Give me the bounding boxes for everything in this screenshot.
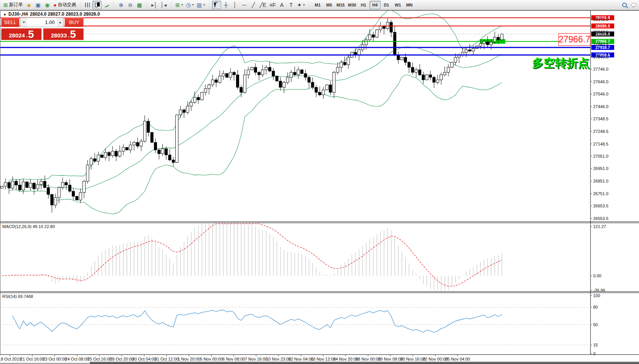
arrows-button[interactable]: ✦▾: [296, 1, 306, 9]
timeframe-h4-button[interactable]: H4: [369, 1, 381, 9]
timeframe-m1-button[interactable]: M1: [312, 1, 324, 9]
resistance-line-2[interactable]: 28089.9: [0, 24, 614, 29]
tile-windows-icon: ▦: [137, 2, 142, 8]
chart-shift-button[interactable]: │◂: [159, 1, 168, 9]
vertical-line-icon: │: [233, 2, 237, 8]
horizontal-line-button[interactable]: ─: [239, 1, 249, 9]
timeframe-h1-button[interactable]: H1: [358, 1, 369, 9]
svg-text:27051.0: 27051.0: [593, 154, 608, 159]
timeframe-m30-button[interactable]: M30: [346, 1, 358, 9]
toolbar-group: ⊞▾◷▾▨▾: [173, 0, 207, 10]
vertical-line-button[interactable]: │: [230, 1, 239, 9]
toolbar-group: ┼│─╱╱E≡FAT✦▾: [211, 0, 307, 10]
auto-scroll-button[interactable]: ▸│: [150, 1, 159, 9]
svg-text:80: 80: [593, 305, 598, 309]
collapse-icon[interactable]: ▲: [3, 12, 6, 16]
support-line-2[interactable]: 27858.6: [0, 52, 614, 57]
eraser-icon-button[interactable]: ◈: [24, 1, 34, 9]
periods-button[interactable]: ◷▾: [184, 1, 195, 9]
timeframe-mn-button[interactable]: MN: [404, 1, 415, 9]
zoom-in-button[interactable]: ⊕: [116, 1, 126, 9]
pivot-line[interactable]: 27966.7: [0, 39, 614, 44]
buy-price-display[interactable]: 28033.5: [43, 28, 84, 40]
chart-shift-icon: │◂: [160, 2, 167, 8]
svg-text:28089.9: 28089.9: [595, 24, 610, 28]
new-order-button[interactable]: ⊞新订单: [2, 1, 24, 9]
svg-text:10 Nov 23:00: 10 Nov 23:00: [266, 357, 291, 361]
expert-advisors-icon-button[interactable]: ▣: [34, 1, 43, 9]
sell-price-int: 28024: [9, 32, 25, 39]
price-axis[interactable]: 28141.028042.527943.527843.527746.027646…: [590, 10, 608, 354]
volume-increase-button[interactable]: ▲: [57, 18, 63, 27]
eraser-icon-icon: ◈: [27, 2, 31, 8]
time-axis[interactable]: 18 Oct 201921 Oct 16:0023 Oct 00:0024 Oc…: [0, 354, 470, 361]
candlestick-chart-button[interactable]: [92, 1, 102, 9]
zoom-out-icon: ⊖: [128, 2, 133, 8]
buy-button[interactable]: BUY: [65, 18, 84, 27]
new-order-icon: ⊞: [3, 2, 8, 8]
text-button[interactable]: A: [277, 1, 286, 9]
rsi-axis[interactable]: 1008050150: [590, 293, 600, 356]
svg-text:121.27: 121.27: [593, 224, 606, 229]
templates-icon: ▨: [197, 2, 202, 8]
dropdown-arrow-icon: ▾: [303, 3, 305, 6]
chart-window: 28155.928089.927966.727918.727858.628026…: [0, 10, 639, 364]
bull-bear-turning-point-note[interactable]: 多空转折点: [532, 55, 589, 71]
toolbar-separator: [79, 1, 81, 9]
sell-button[interactable]: SELL: [1, 18, 19, 27]
chart-scrollbar[interactable]: [0, 362, 639, 364]
cursor-button[interactable]: [212, 1, 221, 9]
svg-text:-39.99: -39.99: [593, 288, 605, 293]
bar-chart-button[interactable]: [83, 1, 92, 9]
svg-text:27248.5: 27248.5: [593, 129, 608, 134]
svg-text:24 Oct 08:00: 24 Oct 08:00: [65, 357, 89, 361]
volume-input[interactable]: [27, 18, 57, 27]
price-callout-box[interactable]: 27966.7: [558, 33, 590, 46]
timeframe-m15-button[interactable]: M15: [335, 1, 346, 9]
svg-text:27843.5: 27843.5: [593, 55, 608, 59]
horizontal-lines[interactable]: 28155.928089.927966.727918.727858.6: [0, 15, 614, 57]
svg-text:18 Oct 2019: 18 Oct 2019: [0, 357, 21, 361]
chat-icon: [631, 3, 636, 7]
equidistant-channel-button[interactable]: ╱E: [258, 1, 268, 9]
crosshair-button[interactable]: ┼: [221, 1, 230, 9]
fibonacci-button[interactable]: ≡F: [268, 1, 277, 9]
support-line-1[interactable]: 27918.7: [0, 45, 614, 50]
timeframe-m5-button[interactable]: M5: [324, 1, 335, 9]
svg-text:26653.5: 26653.5: [593, 204, 608, 208]
toolbar-group: ▸││◂: [149, 0, 169, 10]
toolbar-separator: [170, 1, 172, 9]
volume-decrease-button[interactable]: ▼: [21, 18, 27, 27]
timeframe-d1-button[interactable]: D1: [381, 1, 392, 9]
templates-button[interactable]: ▨▾: [195, 1, 206, 9]
chat-button[interactable]: [629, 1, 638, 9]
auto-trading-button-label: 自动交易: [58, 2, 76, 8]
text-label-button[interactable]: T: [286, 1, 296, 9]
macd-axis[interactable]: 121.270.00-39.99: [590, 224, 606, 293]
svg-text:26751.0: 26751.0: [593, 191, 608, 196]
search-button[interactable]: [620, 1, 629, 9]
current-price-line: 28026.0: [0, 31, 614, 36]
toolbar-separator: [208, 1, 210, 9]
one-click-trading-panel: SELL ▼ ▲ BUY 28024.5 28033.5: [1, 18, 84, 40]
search-icon: [622, 3, 627, 7]
trendline-button[interactable]: ╱: [249, 1, 258, 9]
svg-text:14 Nov 20:00: 14 Nov 20:00: [333, 357, 358, 361]
svg-text:26851.0: 26851.0: [593, 179, 608, 183]
svg-text:27546.0: 27546.0: [593, 92, 608, 96]
line-chart-button[interactable]: [102, 1, 111, 9]
dropdown-arrow-icon: ▾: [192, 3, 194, 6]
svg-text:7 Nov 16:00: 7 Nov 16:00: [245, 357, 267, 361]
tile-windows-button[interactable]: ▦: [135, 1, 144, 9]
signals-icon-button[interactable]: ◉: [43, 1, 52, 9]
zoom-out-button[interactable]: ⊖: [126, 1, 135, 9]
sell-price-frac: 5: [28, 29, 34, 39]
indicators-button[interactable]: ⊞▾: [174, 1, 184, 9]
text-icon: A: [280, 2, 283, 8]
sell-price-display[interactable]: 28024.5: [1, 28, 42, 40]
svg-text:1 Nov 20:00: 1 Nov 20:00: [178, 357, 200, 361]
timeframe-w1-button[interactable]: W1: [392, 1, 404, 9]
auto-trading-button[interactable]: ●自动交易: [52, 1, 78, 9]
fibonacci-icon: ≡F: [269, 2, 276, 8]
candlestick-chart-icon: [94, 2, 100, 8]
